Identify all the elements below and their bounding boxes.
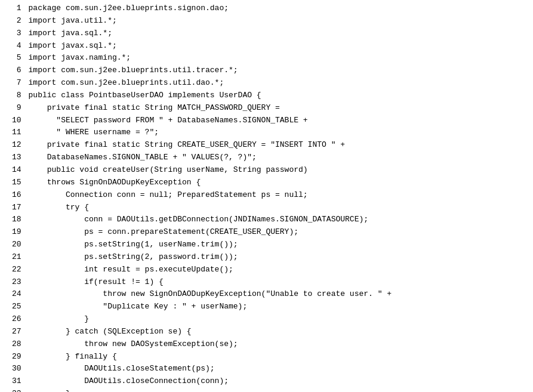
table-row: 12 private final static String CREATE_US…	[0, 139, 533, 152]
line-number: 27	[0, 326, 26, 338]
line-number: 13	[0, 152, 26, 164]
line-content: public void createUser(String userName, …	[26, 164, 533, 177]
line-number: 9	[0, 102, 26, 115]
table-row: 21 ps.setString(2, password.trim());	[0, 251, 533, 264]
line-number: 23	[0, 276, 26, 289]
line-content: DAOUtils.closeConnection(conn);	[26, 375, 533, 388]
line-number: 7	[0, 77, 26, 89]
table-row: 29 } finally {	[0, 351, 533, 363]
line-content: try {	[26, 202, 533, 214]
line-number: 15	[0, 177, 26, 189]
line-content: throws SignOnDAODupKeyException {	[26, 177, 533, 189]
line-number: 19	[0, 226, 26, 239]
line-number: 14	[0, 164, 26, 177]
line-content: ps.setString(2, password.trim());	[26, 251, 533, 264]
table-row: 32 }	[0, 388, 533, 392]
line-content: private final static String CREATE_USER_…	[26, 139, 533, 152]
table-row: 7import com.sun.j2ee.blueprints.util.dao…	[0, 77, 533, 89]
line-content: import com.sun.j2ee.blueprints.util.trac…	[26, 64, 533, 77]
table-row: 31 DAOUtils.closeConnection(conn);	[0, 375, 533, 388]
table-row: 11 " WHERE username = ?";	[0, 126, 533, 139]
line-number: 3	[0, 27, 26, 40]
line-number: 29	[0, 351, 26, 363]
line-number: 21	[0, 251, 26, 264]
line-content: DatabaseNames.SIGNON_TABLE + " VALUES(?,…	[26, 152, 533, 164]
line-number: 6	[0, 64, 26, 77]
line-number: 31	[0, 375, 26, 388]
table-row: 25 "Duplicate Key : " + userName);	[0, 301, 533, 313]
table-row: 3import java.sql.*;	[0, 27, 533, 40]
table-row: 10 "SELECT password FROM " + DatabaseNam…	[0, 115, 533, 127]
line-content: conn = DAOUtils.getDBConnection(JNDIName…	[26, 214, 533, 226]
line-content: public class PointbaseUserDAO implements…	[26, 89, 533, 102]
table-row: 14 public void createUser(String userNam…	[0, 164, 533, 177]
table-row: 8public class PointbaseUserDAO implement…	[0, 89, 533, 102]
line-content: }	[26, 313, 533, 326]
line-content: }	[26, 388, 533, 392]
line-content: if(result != 1) {	[26, 276, 533, 289]
line-number: 10	[0, 115, 26, 127]
table-row: 4import javax.sql.*;	[0, 40, 533, 53]
table-row: 22 int result = ps.executeUpdate();	[0, 264, 533, 276]
line-content: private final static String MATCH_PASSWO…	[26, 102, 533, 115]
line-number: 17	[0, 202, 26, 214]
line-number: 22	[0, 264, 26, 276]
table-row: 19 ps = conn.prepareStatement(CREATE_USE…	[0, 226, 533, 239]
code-viewer: 1package com.sun.j2ee.blueprints.signon.…	[0, 0, 533, 392]
line-content: import com.sun.j2ee.blueprints.util.dao.…	[26, 77, 533, 89]
table-row: 1package com.sun.j2ee.blueprints.signon.…	[0, 2, 533, 15]
line-number: 4	[0, 40, 26, 53]
line-number: 1	[0, 2, 26, 15]
line-number: 30	[0, 363, 26, 375]
line-content: "Duplicate Key : " + userName);	[26, 301, 533, 313]
code-table: 1package com.sun.j2ee.blueprints.signon.…	[0, 2, 533, 392]
table-row: 15 throws SignOnDAODupKeyException {	[0, 177, 533, 189]
line-number: 26	[0, 313, 26, 326]
line-content: ps = conn.prepareStatement(CREATE_USER_Q…	[26, 226, 533, 239]
table-row: 20 ps.setString(1, userName.trim());	[0, 239, 533, 251]
table-row: 24 throw new SignOnDAODupKeyException("U…	[0, 288, 533, 301]
line-content: import javax.sql.*;	[26, 40, 533, 53]
line-content: throw new SignOnDAODupKeyException("Unab…	[26, 288, 533, 301]
line-content: Connection conn = null; PreparedStatemen…	[26, 189, 533, 202]
line-number: 8	[0, 89, 26, 102]
line-content: } finally {	[26, 351, 533, 363]
table-row: 13 DatabaseNames.SIGNON_TABLE + " VALUES…	[0, 152, 533, 164]
table-row: 17 try {	[0, 202, 533, 214]
line-number: 2	[0, 15, 26, 27]
line-number: 28	[0, 338, 26, 351]
table-row: 9 private final static String MATCH_PASS…	[0, 102, 533, 115]
line-number: 32	[0, 388, 26, 392]
line-number: 25	[0, 301, 26, 313]
line-content: " WHERE username = ?";	[26, 126, 533, 139]
line-number: 11	[0, 126, 26, 139]
table-row: 27 } catch (SQLException se) {	[0, 326, 533, 338]
line-content: int result = ps.executeUpdate();	[26, 264, 533, 276]
line-number: 5	[0, 52, 26, 64]
table-row: 6import com.sun.j2ee.blueprints.util.tra…	[0, 64, 533, 77]
table-row: 26 }	[0, 313, 533, 326]
line-content: DAOUtils.closeStatement(ps);	[26, 363, 533, 375]
line-content: import java.sql.*;	[26, 27, 533, 40]
line-content: throw new DAOSystemException(se);	[26, 338, 533, 351]
table-row: 28 throw new DAOSystemException(se);	[0, 338, 533, 351]
line-content: import javax.naming.*;	[26, 52, 533, 64]
line-number: 20	[0, 239, 26, 251]
line-content: } catch (SQLException se) {	[26, 326, 533, 338]
table-row: 2import java.util.*;	[0, 15, 533, 27]
table-row: 18 conn = DAOUtils.getDBConnection(JNDIN…	[0, 214, 533, 226]
line-content: package com.sun.j2ee.blueprints.signon.d…	[26, 2, 533, 15]
line-number: 18	[0, 214, 26, 226]
table-row: 30 DAOUtils.closeStatement(ps);	[0, 363, 533, 375]
line-number: 12	[0, 139, 26, 152]
line-content: "SELECT password FROM " + DatabaseNames.…	[26, 115, 533, 127]
line-content: ps.setString(1, userName.trim());	[26, 239, 533, 251]
line-content: import java.util.*;	[26, 15, 533, 27]
table-row: 5import javax.naming.*;	[0, 52, 533, 64]
line-number: 16	[0, 189, 26, 202]
line-number: 24	[0, 288, 26, 301]
table-row: 16 Connection conn = null; PreparedState…	[0, 189, 533, 202]
table-row: 23 if(result != 1) {	[0, 276, 533, 289]
